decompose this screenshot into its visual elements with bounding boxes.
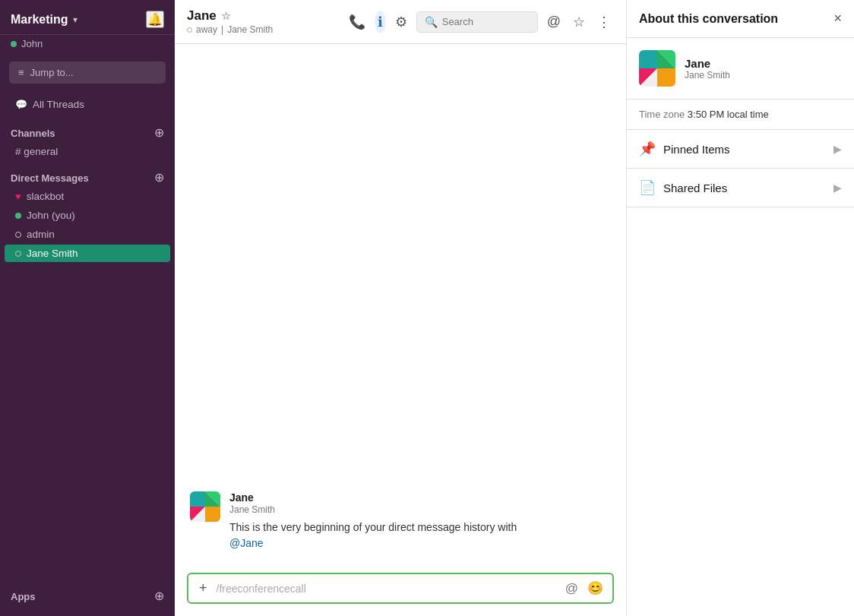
jane-smith-label: Jane Smith <box>27 248 78 259</box>
shared-files-left: 📄 Shared Files <box>639 179 727 196</box>
right-panel: About this conversation × Jane Jane Smit… <box>626 0 854 616</box>
more-options-button[interactable]: ⋮ <box>594 11 614 33</box>
sidebar-item-general[interactable]: # general <box>5 143 170 160</box>
search-input[interactable] <box>442 16 530 27</box>
message-block: Jane Jane Smith This is the very beginni… <box>190 491 611 551</box>
slackbot-label: slackbot <box>27 191 65 202</box>
chat-name-area: Jane ☆ <box>187 8 273 24</box>
right-panel-header: About this conversation × <box>627 0 854 38</box>
svg-marker-10 <box>657 68 675 87</box>
add-channel-button[interactable]: ⊕ <box>154 127 164 139</box>
apps-section: Apps ⊕ <box>0 580 175 616</box>
close-panel-button[interactable]: × <box>833 11 842 27</box>
timezone-value: 3:50 PM local time <box>688 109 769 120</box>
star-saved-button[interactable]: ☆ <box>570 11 588 33</box>
chat-input-area: + @ 😊 <box>175 564 626 616</box>
add-app-button[interactable]: ⊕ <box>154 590 164 602</box>
chat-title: Jane <box>187 8 217 24</box>
shared-files-section[interactable]: 📄 Shared Files ▶ <box>627 169 854 207</box>
chat-header: Jane ☆ away | Jane Smith 📞 ℹ ⚙ 🔍 @ ☆ ⋮ <box>175 0 626 44</box>
svg-marker-7 <box>639 50 657 68</box>
john-label: John (you) <box>27 210 75 221</box>
panel-profile: Jane Jane Smith <box>627 38 854 100</box>
search-bar[interactable]: 🔍 <box>416 11 538 33</box>
sidebar-item-admin[interactable]: admin <box>5 226 170 243</box>
apps-label-area: Apps ⊕ <box>0 580 175 605</box>
shared-files-chevron: ▶ <box>833 182 842 194</box>
jump-to-button[interactable]: ≡ Jump to... <box>9 62 166 84</box>
john-status-dot <box>15 213 21 219</box>
mention-link[interactable]: @Jane <box>229 537 264 549</box>
message-sender: Jane <box>229 491 517 504</box>
away-status-dot <box>187 27 192 33</box>
chat-subtitle: away | Jane Smith <box>187 24 273 35</box>
add-dm-button[interactable]: ⊕ <box>154 172 164 184</box>
workspace-area[interactable]: Marketing ▾ <box>11 13 77 27</box>
direct-messages-section: Direct Messages ⊕ <box>0 161 175 187</box>
admin-status-dot <box>15 232 21 238</box>
mention-button[interactable]: @ <box>544 11 564 33</box>
main-content: Jane ☆ away | Jane Smith 📞 ℹ ⚙ 🔍 @ ☆ ⋮ <box>175 0 626 616</box>
slackbot-heart-icon: ♥ <box>15 191 21 202</box>
message-sender-sub: Jane Smith <box>229 504 517 515</box>
pinned-items-label: Pinned Items <box>663 143 730 156</box>
panel-avatar <box>639 50 675 87</box>
jump-to-label: Jump to... <box>30 67 74 78</box>
panel-profile-info: Jane Jane Smith <box>685 57 730 81</box>
star-icon[interactable]: ☆ <box>221 10 231 22</box>
channels-section: Channels ⊕ <box>0 116 175 142</box>
sidebar-item-john[interactable]: John (you) <box>5 207 170 224</box>
sidebar-user-status: John <box>0 35 175 55</box>
sidebar-item-all-threads[interactable]: 💬 All Threads <box>5 96 170 113</box>
pinned-items-section[interactable]: 📌 Pinned Items ▶ <box>627 130 854 169</box>
message-text: This is the very beginning of your direc… <box>229 520 517 551</box>
panel-profile-name: Jane <box>685 57 730 70</box>
all-threads-label: All Threads <box>33 99 84 110</box>
workspace-name: Marketing <box>11 13 68 27</box>
message-avatar <box>190 491 220 522</box>
svg-marker-4 <box>205 507 220 522</box>
user-status-dot <box>11 41 17 47</box>
direct-messages-label: Direct Messages <box>11 172 89 184</box>
threads-icon: 💬 <box>15 99 27 110</box>
apps-label: Apps <box>11 591 36 602</box>
chevron-down-icon: ▾ <box>73 14 77 25</box>
jane-status-dot <box>15 251 21 257</box>
admin-label: admin <box>27 229 55 240</box>
svg-marker-1 <box>190 491 205 507</box>
message-input[interactable] <box>217 583 558 595</box>
jump-to-icon: ≡ <box>18 67 24 78</box>
sidebar-username: John <box>21 38 43 49</box>
at-mention-input-button[interactable]: @ <box>564 580 580 598</box>
files-icon: 📄 <box>639 179 656 196</box>
notification-bell-button[interactable]: 🔔 <box>146 11 164 28</box>
shared-files-label: Shared Files <box>663 182 727 194</box>
sidebar-item-slackbot[interactable]: ♥ slackbot <box>5 188 170 205</box>
subtitle-name: Jane Smith <box>227 24 273 35</box>
call-button[interactable]: 📞 <box>346 11 368 33</box>
chat-body: Jane Jane Smith This is the very beginni… <box>175 44 626 564</box>
sidebar: Marketing ▾ 🔔 John ≡ Jump to... 💬 All Th… <box>0 0 175 616</box>
chat-header-left: Jane ☆ away | Jane Smith <box>187 8 273 35</box>
emoji-button[interactable]: 😊 <box>586 579 605 598</box>
search-icon: 🔍 <box>425 16 438 28</box>
channel-general-label: # general <box>15 146 58 157</box>
pinned-items-left: 📌 Pinned Items <box>639 141 730 157</box>
panel-timezone: Time zone 3:50 PM local time <box>627 100 854 130</box>
subtitle-separator: | <box>221 24 223 35</box>
channels-label: Channels <box>11 128 55 139</box>
chat-input-box: + @ 😊 <box>187 573 614 604</box>
timezone-label: Time zone <box>639 109 685 120</box>
message-text-before: This is the very beginning of your direc… <box>229 521 517 533</box>
right-panel-title: About this conversation <box>639 12 778 26</box>
info-button[interactable]: ℹ <box>375 11 386 33</box>
pin-icon: 📌 <box>639 141 656 157</box>
sidebar-header: Marketing ▾ 🔔 <box>0 0 175 35</box>
add-attachment-button[interactable]: + <box>196 579 210 598</box>
settings-button[interactable]: ⚙ <box>392 11 410 33</box>
chat-header-right: 📞 ℹ ⚙ 🔍 @ ☆ ⋮ <box>346 11 614 33</box>
message-content: Jane Jane Smith This is the very beginni… <box>229 491 517 551</box>
pinned-items-chevron: ▶ <box>833 143 842 155</box>
status-label: away <box>196 24 217 35</box>
sidebar-item-jane-smith[interactable]: Jane Smith <box>5 245 170 262</box>
